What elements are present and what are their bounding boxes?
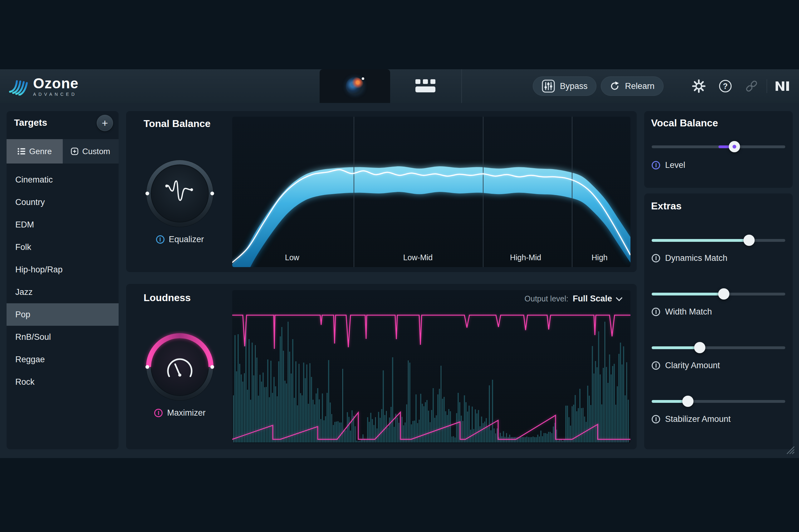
ozone-wave-icon	[9, 77, 29, 95]
maximizer-knob[interactable]	[144, 331, 216, 404]
genre-tab-label: Genre	[29, 147, 52, 156]
dynamics-match-slider[interactable]	[652, 235, 785, 246]
plus-icon: +	[102, 117, 108, 129]
sidebar-item-hiphop-rap[interactable]: Hip-hop/Rap	[6, 258, 119, 281]
level-label: Level	[665, 160, 685, 170]
sidebar-item-reggae[interactable]: Reggae	[6, 348, 119, 371]
gear-icon	[692, 79, 706, 93]
ozone-app-window: Ozone ADVANCED	[0, 69, 799, 458]
loudness-display: Output level: Full Scale	[232, 290, 630, 443]
genre-label: Jazz	[15, 287, 33, 297]
settings-button[interactable]	[692, 79, 706, 93]
stabilizer-amount-slider[interactable]	[652, 396, 785, 407]
power-icon[interactable]	[652, 415, 660, 423]
genre-label: Rock	[15, 377, 35, 387]
targets-panel: Targets + Genre	[6, 111, 119, 449]
targets-title: Targets	[14, 117, 47, 128]
dynamics-match-label: Dynamics Match	[665, 253, 727, 263]
stabilizer-amount-label-row: Stabilizer Amount	[652, 414, 785, 424]
app-name: Ozone	[33, 76, 79, 91]
io-faders-icon	[542, 80, 555, 93]
genre-label: EDM	[15, 220, 34, 230]
power-icon[interactable]	[652, 308, 660, 316]
genre-label: Folk	[15, 243, 31, 252]
tonal-balance-title: Tonal Balance	[144, 118, 211, 130]
maximizer-label: Maximizer	[167, 408, 205, 418]
loudness-title: Loudness	[144, 292, 191, 304]
width-match-label: Width Match	[665, 307, 712, 317]
bypass-button[interactable]: Bypass	[533, 76, 597, 96]
genre-label: Hip-hop/Rap	[15, 265, 63, 274]
sidebar-item-edm[interactable]: EDM	[6, 213, 119, 236]
relearn-label: Relearn	[625, 81, 654, 91]
slider-fill	[652, 293, 724, 296]
power-icon[interactable]	[156, 235, 165, 244]
custom-tab-label: Custom	[82, 147, 110, 156]
genre-label: Pop	[15, 310, 30, 320]
tab-custom[interactable]: Custom	[63, 139, 119, 164]
power-icon[interactable]	[652, 361, 660, 370]
link-status-button[interactable]	[745, 79, 758, 93]
tab-master-assistant[interactable]	[320, 69, 390, 103]
power-icon[interactable]	[652, 161, 660, 169]
add-circle-icon	[71, 148, 78, 155]
tab-genre[interactable]: Genre	[6, 139, 63, 164]
vocal-balance-level-slider[interactable]	[652, 141, 785, 152]
maximizer-knob-label: Maximizer	[126, 408, 234, 418]
tonal-balance-display: Low Low-Mid High-Mid High	[232, 117, 630, 267]
slider-handle[interactable]	[682, 396, 693, 407]
modules-icon	[415, 79, 435, 93]
slider-handle[interactable]	[729, 141, 740, 152]
ni-logo	[775, 81, 790, 91]
tab-modules-view[interactable]	[390, 69, 461, 103]
sidebar-item-country[interactable]: Country	[6, 191, 119, 213]
output-level-value: Full Scale	[573, 294, 612, 304]
list-icon	[18, 148, 25, 155]
sidebar-item-rock[interactable]: Rock	[6, 371, 119, 393]
stabilizer-amount-label: Stabilizer Amount	[665, 414, 731, 424]
link-chain-icon	[745, 79, 758, 93]
width-match-label-row: Width Match	[652, 307, 785, 317]
app-tier: ADVANCED	[33, 92, 79, 97]
output-level-dropdown[interactable]: Output level: Full Scale	[525, 294, 622, 304]
output-level-label: Output level:	[525, 294, 568, 303]
slider-fill	[652, 346, 700, 349]
bypass-label: Bypass	[560, 81, 588, 91]
sidebar-item-pop[interactable]: Pop	[6, 303, 119, 326]
extras-panel: Extras Dynamics Match Width Match	[644, 193, 793, 449]
genre-label: RnB/Soul	[15, 332, 51, 342]
ni-logo-icon	[775, 81, 790, 91]
slider-handle[interactable]	[743, 235, 755, 246]
sidebar-item-cinematic[interactable]: Cinematic	[6, 169, 119, 191]
header-bar: Ozone ADVANCED	[0, 69, 799, 103]
header-divider	[461, 69, 462, 103]
sidebar-item-folk[interactable]: Folk	[6, 236, 119, 258]
genre-list: Cinematic Country EDM Folk Hip-hop/Rap J…	[6, 169, 119, 393]
help-glyph: ?	[723, 82, 727, 91]
targets-tabs: Genre Custom	[6, 139, 119, 164]
power-icon[interactable]	[652, 254, 660, 262]
resize-handle[interactable]	[786, 445, 795, 456]
relearn-refresh-icon	[610, 81, 620, 91]
help-button[interactable]: ?	[719, 80, 731, 92]
extras-title: Extras	[651, 200, 682, 212]
width-match-slider[interactable]	[652, 288, 785, 300]
add-target-button[interactable]: +	[97, 115, 113, 131]
equalizer-label: Equalizer	[169, 235, 204, 244]
header-right-divider	[766, 79, 767, 93]
slider-handle[interactable]	[694, 342, 705, 353]
region-label-high-mid: High-Mid	[510, 253, 541, 262]
sidebar-item-jazz[interactable]: Jazz	[6, 281, 119, 303]
region-label-low-mid: Low-Mid	[403, 253, 433, 262]
equalizer-knob-label: Equalizer	[126, 235, 234, 244]
slider-handle[interactable]	[718, 288, 729, 300]
relearn-button[interactable]: Relearn	[601, 76, 664, 96]
clarity-amount-label: Clarity Amount	[665, 361, 720, 370]
chevron-down-icon	[616, 294, 622, 301]
genre-label: Reggae	[15, 355, 45, 364]
power-icon[interactable]	[154, 409, 163, 417]
clarity-amount-label-row: Clarity Amount	[652, 361, 785, 370]
clarity-amount-slider[interactable]	[652, 342, 785, 353]
sidebar-item-rnb-soul[interactable]: RnB/Soul	[6, 326, 119, 348]
equalizer-knob[interactable]	[144, 157, 216, 231]
